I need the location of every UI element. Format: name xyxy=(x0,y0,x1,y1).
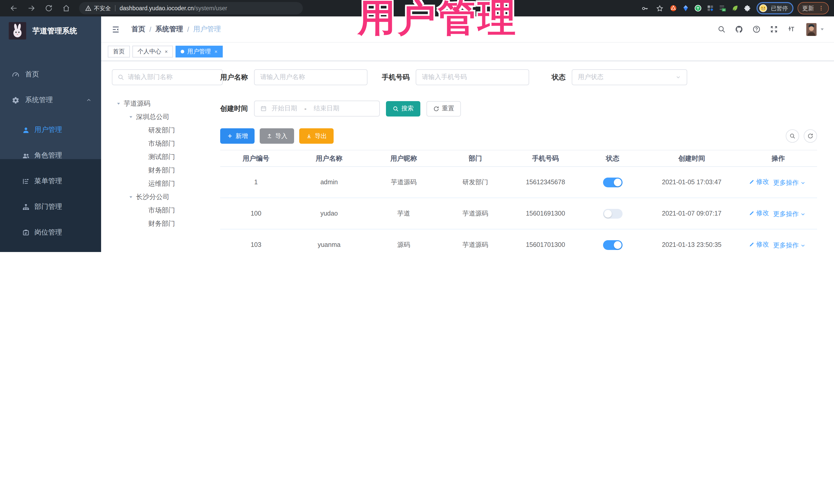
github-icon[interactable] xyxy=(735,25,743,34)
tab-home[interactable]: 首页 xyxy=(108,46,130,58)
cell-user-id: 1 xyxy=(220,179,292,186)
puzzle-extension-icon[interactable] xyxy=(744,5,751,12)
address-bar[interactable]: 不安全 dashboard.yudao.iocoder.cn /system/u… xyxy=(79,2,303,14)
export-button[interactable]: 导出 xyxy=(299,128,334,144)
close-icon[interactable]: × xyxy=(215,49,218,54)
breadcrumb-separator: / xyxy=(187,25,190,33)
grid-extension-icon[interactable] xyxy=(707,5,714,12)
tree-node[interactable]: 市场部门 xyxy=(112,137,223,150)
import-button[interactable]: 导入 xyxy=(260,128,294,144)
search-icon[interactable] xyxy=(718,25,726,34)
username-label: 用户名称 xyxy=(220,73,248,82)
sidebar-item-label: 系统管理 xyxy=(25,95,53,105)
browser-profile-chip[interactable]: 已暂停 xyxy=(756,2,793,14)
edit-link[interactable]: 修改 xyxy=(749,240,769,249)
reset-button[interactable]: 重置 xyxy=(426,101,461,116)
home-icon[interactable] xyxy=(62,4,70,12)
sidebar-item-label: 用户管理 xyxy=(35,125,62,134)
kebab-menu-icon[interactable] xyxy=(818,5,824,11)
date-range-input[interactable]: 开始日期 - 结束日期 xyxy=(254,101,380,116)
column-header: 创建时间 xyxy=(644,154,739,163)
sidebar-item-dept[interactable]: 部门管理 xyxy=(0,194,101,220)
tree-node[interactable]: 财务部门 xyxy=(112,217,223,231)
url-host[interactable]: dashboard.yudao.iocoder.cn xyxy=(119,5,194,11)
tab-user[interactable]: 用户管理× xyxy=(176,46,223,58)
switch-on-extension-icon[interactable]: on xyxy=(719,5,726,12)
cell-username: yudao xyxy=(292,210,367,217)
app-logo[interactable]: 芋道管理系统 xyxy=(0,17,101,45)
tree-expand-icon[interactable] xyxy=(128,195,133,200)
caret-down-icon[interactable] xyxy=(820,27,825,32)
sidebar-item-user[interactable]: 用户管理 xyxy=(0,117,101,143)
tab-profile[interactable]: 个人中心× xyxy=(132,46,173,58)
sidebar-item-dict[interactable]: 字典管理 xyxy=(0,245,101,252)
status-toggle[interactable] xyxy=(603,209,622,218)
date-end-placeholder: 结束日期 xyxy=(313,104,339,113)
tree-node[interactable]: 测试部门 xyxy=(112,150,223,164)
breadcrumb-system[interactable]: 系统管理 xyxy=(155,25,183,34)
sidebar-item-system[interactable]: 系统管理 xyxy=(0,87,101,113)
cell-actions: 修改更多操作 xyxy=(740,240,817,250)
ubuntu-extension-icon[interactable] xyxy=(670,5,677,12)
cell-nickname: 源码 xyxy=(367,240,441,249)
forward-icon[interactable] xyxy=(27,4,36,12)
date-start-placeholder: 开始日期 xyxy=(271,104,297,113)
screen: 不安全 dashboard.yudao.iocoder.cn /system/u… xyxy=(0,0,834,252)
bookmark-star-icon[interactable] xyxy=(656,4,664,12)
refresh-icon xyxy=(807,133,813,139)
status-toggle[interactable] xyxy=(603,240,622,250)
mobile-input[interactable]: 请输入手机号码 xyxy=(416,69,529,85)
chevron-down-icon xyxy=(800,211,806,217)
cell-mobile: 15612345678 xyxy=(510,179,581,186)
download-icon xyxy=(306,133,312,139)
sidebar-item-menu[interactable]: 菜单管理 xyxy=(0,168,101,194)
cell-created: 2021-01-07 09:07:17 xyxy=(644,210,739,217)
green-y-extension-icon[interactable] xyxy=(695,5,702,12)
status-select[interactable]: 用户状态 xyxy=(572,69,687,85)
username-input[interactable]: 请输入用户名称 xyxy=(254,69,368,85)
more-actions-link[interactable]: 更多操作 xyxy=(773,210,808,218)
tree-node[interactable]: 长沙分公司 xyxy=(112,191,223,204)
calendar-icon xyxy=(260,105,267,112)
tree-node[interactable]: 运维部门 xyxy=(112,177,223,191)
tree-node[interactable]: 深圳总公司 xyxy=(112,110,223,124)
tree-node[interactable]: 研发部门 xyxy=(112,124,223,137)
tree-node[interactable]: 芋道源码 xyxy=(112,97,223,110)
reload-icon[interactable] xyxy=(45,4,53,12)
cell-nickname: 芋道 xyxy=(367,209,441,218)
search-button[interactable]: 搜索 xyxy=(386,101,420,116)
user-avatar[interactable] xyxy=(806,23,816,36)
more-actions-link[interactable]: 更多操作 xyxy=(773,178,808,187)
back-icon[interactable] xyxy=(10,4,18,12)
browser-update-button[interactable]: 更新 xyxy=(797,2,829,14)
sidebar-item-post[interactable]: 岗位管理 xyxy=(0,220,101,245)
sidebar-item-home[interactable]: 首页 xyxy=(0,62,101,87)
collapse-menu-icon[interactable] xyxy=(111,25,120,34)
add-button[interactable]: 新增 xyxy=(220,128,255,144)
status-toggle[interactable] xyxy=(603,177,622,187)
toggle-search-button[interactable] xyxy=(786,129,799,143)
fullscreen-icon[interactable] xyxy=(770,25,778,34)
close-icon[interactable]: × xyxy=(165,49,168,54)
more-actions-link[interactable]: 更多操作 xyxy=(773,241,808,250)
edit-link[interactable]: 修改 xyxy=(749,177,769,186)
gem-extension-icon[interactable] xyxy=(682,5,689,12)
main-content: 请输入部门名称 芋道源码深圳总公司研发部门市场部门测试部门财务部门运维部门长沙分… xyxy=(101,61,834,252)
edit-link-label: 修改 xyxy=(756,177,769,186)
font-size-icon[interactable] xyxy=(787,25,795,34)
key-icon[interactable] xyxy=(641,4,649,12)
tree-node[interactable]: 财务部门 xyxy=(112,164,223,177)
security-label[interactable]: 不安全 xyxy=(94,4,111,12)
tree-node[interactable]: 市场部门 xyxy=(112,204,223,217)
tree-expand-icon[interactable] xyxy=(128,114,133,119)
leaf-extension-icon[interactable] xyxy=(731,5,739,12)
sidebar-item-role[interactable]: 角色管理 xyxy=(0,143,101,168)
help-icon[interactable] xyxy=(752,25,761,34)
breadcrumb-home[interactable]: 首页 xyxy=(131,25,145,34)
edit-link[interactable]: 修改 xyxy=(749,209,769,217)
url-path[interactable]: /system/user xyxy=(194,5,227,11)
department-search-input[interactable]: 请输入部门名称 xyxy=(112,69,223,85)
user-table: 用户编号用户名称用户昵称部门手机号码状态创建时间操作 1admin芋道源码研发部… xyxy=(220,150,817,252)
tree-expand-icon[interactable] xyxy=(116,101,121,106)
refresh-table-button[interactable] xyxy=(804,129,817,143)
